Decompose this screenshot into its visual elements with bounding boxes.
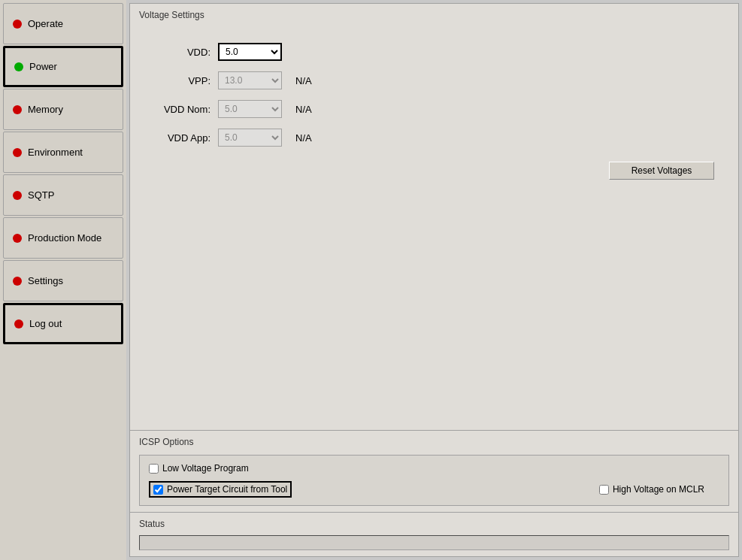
- sidebar-label-memory: Memory: [28, 104, 63, 115]
- sidebar-label-environment: Environment: [28, 147, 83, 158]
- power-status-dot: [14, 62, 23, 71]
- vdd-nom-row: VDD Nom: 3.3 5.0 N/A: [162, 100, 729, 118]
- memory-status-dot: [13, 105, 22, 114]
- content-area: Voltage Settings VDD: 3.3 5.0 12.0 VPP: …: [129, 3, 739, 557]
- status-bar: [139, 535, 729, 550]
- sidebar-item-settings[interactable]: Settings: [3, 260, 123, 301]
- low-voltage-checkbox[interactable]: [149, 464, 159, 474]
- vdd-app-row: VDD App: 3.3 5.0 N/A: [162, 129, 729, 147]
- vdd-label: VDD:: [162, 47, 210, 58]
- icsp-options-box: Low Voltage Program Power Target Circuit…: [139, 455, 729, 506]
- high-voltage-mclr-text: High Voltage on MCLR: [613, 484, 704, 495]
- reset-voltages-button[interactable]: Reset Voltages: [609, 162, 714, 180]
- sidebar-item-environment[interactable]: Environment: [3, 132, 123, 173]
- sidebar-item-logout[interactable]: Log out: [3, 303, 123, 344]
- voltage-grid: VDD: 3.3 5.0 12.0 VPP: 9.0 13.0 N/A: [162, 43, 729, 147]
- production-mode-status-dot: [13, 234, 22, 243]
- high-voltage-mclr-checkbox[interactable]: [599, 485, 609, 495]
- vdd-app-na: N/A: [295, 132, 312, 144]
- vdd-app-select[interactable]: 3.3 5.0: [218, 129, 282, 147]
- sidebar-label-settings: Settings: [28, 275, 63, 286]
- sidebar-item-sqtp[interactable]: SQTP: [3, 174, 123, 216]
- power-target-label[interactable]: Power Target Circuit from Tool: [149, 481, 292, 498]
- status-title: Status: [139, 519, 729, 529]
- vdd-nom-label: VDD Nom:: [162, 104, 210, 115]
- environment-status-dot: [13, 148, 22, 157]
- icsp-row-2: Power Target Circuit from Tool High Volt…: [149, 481, 719, 498]
- vdd-app-label: VDD App:: [162, 132, 210, 144]
- sidebar-item-power[interactable]: Power: [3, 46, 123, 87]
- settings-status-dot: [13, 277, 22, 286]
- vpp-na: N/A: [295, 75, 312, 86]
- sidebar-label-operate: Operate: [28, 18, 63, 29]
- vdd-nom-select[interactable]: 3.3 5.0: [218, 100, 282, 118]
- vdd-nom-na: N/A: [295, 104, 312, 115]
- vpp-label: VPP:: [162, 75, 210, 86]
- low-voltage-text: Low Voltage Program: [162, 463, 249, 474]
- power-target-checkbox[interactable]: [153, 485, 163, 495]
- icsp-row-1: Low Voltage Program: [149, 463, 719, 474]
- main-content: Voltage Settings VDD: 3.3 5.0 12.0 VPP: …: [126, 0, 742, 560]
- sidebar-label-production-mode: Production Mode: [28, 232, 101, 244]
- sidebar-item-operate[interactable]: Operate: [3, 3, 123, 44]
- vpp-select[interactable]: 9.0 13.0: [218, 71, 282, 89]
- vpp-row: VPP: 9.0 13.0 N/A: [162, 71, 729, 89]
- sidebar-label-power: Power: [29, 61, 57, 72]
- logout-status-dot: [14, 319, 23, 328]
- sidebar-item-production-mode[interactable]: Production Mode: [3, 217, 123, 259]
- low-voltage-label[interactable]: Low Voltage Program: [149, 463, 249, 474]
- sidebar-label-sqtp: SQTP: [28, 189, 54, 201]
- status-section: Status: [130, 513, 738, 556]
- icsp-options-title: ICSP Options: [139, 437, 729, 447]
- sidebar-label-logout: Log out: [29, 318, 62, 329]
- high-voltage-mclr-label[interactable]: High Voltage on MCLR: [599, 484, 704, 495]
- sidebar: Operate Power Memory Environment SQTP Pr…: [0, 0, 126, 560]
- sqtp-status-dot: [13, 191, 22, 200]
- icsp-options-section: ICSP Options Low Voltage Program Power T…: [130, 431, 738, 513]
- sidebar-item-memory[interactable]: Memory: [3, 89, 123, 130]
- voltage-actions: Reset Voltages: [139, 162, 729, 180]
- vdd-row: VDD: 3.3 5.0 12.0: [162, 43, 729, 61]
- voltage-settings-section: Voltage Settings VDD: 3.3 5.0 12.0 VPP: …: [130, 4, 738, 431]
- operate-status-dot: [13, 20, 22, 29]
- voltage-settings-title: Voltage Settings: [139, 10, 729, 20]
- vdd-select[interactable]: 3.3 5.0 12.0: [218, 43, 282, 61]
- power-target-text: Power Target Circuit from Tool: [167, 484, 287, 495]
